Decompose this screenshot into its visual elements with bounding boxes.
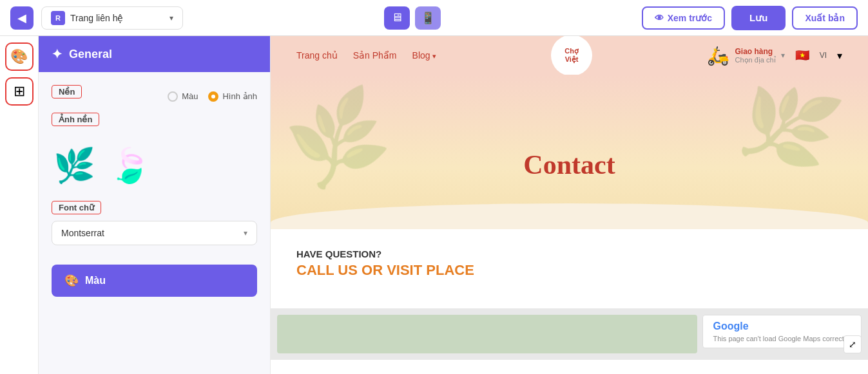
delivery-box: 🛵 Giao hàng Chọn địa chỉ ▾: [707, 45, 784, 66]
desktop-device-button[interactable]: 🖥: [384, 6, 410, 30]
page-selector-inner: R Trang liên hệ: [51, 11, 123, 25]
preview-frame: Trang chủ Sản Phẩm Blog ChợViệt 🛵 Giao h…: [271, 36, 868, 374]
preview-area: Trang chủ Sản Phẩm Blog ChợViệt 🛵 Giao h…: [271, 36, 868, 374]
hero-title: Contact: [523, 111, 615, 193]
color-btn-icon: 🎨: [64, 274, 79, 288]
device-switcher: 🖥 📱: [384, 6, 441, 30]
nav-link-blog[interactable]: Blog: [412, 50, 436, 61]
background-type-radio: Màu Hình ảnh: [168, 91, 257, 102]
leaf1-icon: 🌿: [53, 146, 95, 185]
delivery-title: Giao hàng: [735, 47, 775, 56]
color-btn-label: Màu: [85, 275, 106, 286]
logo-text: ChợViệt: [564, 47, 579, 64]
icon-sidebar: 🎨 ⊞: [0, 36, 39, 374]
blocks-icon: ⊞: [14, 83, 25, 100]
preview-button[interactable]: 👁 Xem trước: [642, 6, 725, 30]
color-radio[interactable]: Màu: [168, 91, 198, 102]
sidebar-item-blocks[interactable]: ⊞: [5, 77, 34, 106]
map-section: Google This page can't load Google Maps …: [271, 308, 868, 360]
google-box: Google This page can't load Google Maps …: [702, 315, 862, 348]
background-label: Nền: [52, 85, 82, 98]
contact-section: HAVE QUESTION? CALL US OR VISIT PLACE: [271, 229, 868, 308]
google-logo: Google: [713, 321, 851, 332]
nav-link-products[interactable]: Sản Phẩm: [353, 50, 397, 61]
panel-sidebar: ✦ General Nền Màu Hình ảnh Ảnh nề: [39, 36, 271, 374]
font-select-chevron: ▾: [244, 229, 247, 238]
image-radio-circle: [208, 91, 218, 102]
save-button[interactable]: Lưu: [731, 6, 786, 30]
image-radio[interactable]: Hình ảnh: [208, 91, 257, 102]
site-logo: ChợViệt: [551, 36, 592, 76]
panel-header-icon: ✦: [52, 46, 63, 62]
eye-icon: 👁: [655, 13, 664, 23]
map-placeholder: [277, 315, 697, 353]
mobile-icon: 📱: [421, 11, 435, 25]
desktop-icon: 🖥: [391, 11, 403, 24]
site-right: 🛵 Giao hàng Chọn địa chỉ ▾ 🇻🇳 VI ▾: [707, 45, 842, 66]
delivery-icon: 🛵: [707, 45, 729, 66]
delivery-sub: Chọn địa chỉ: [735, 56, 775, 64]
nav-link-home[interactable]: Trang chủ: [296, 50, 338, 61]
font-value: Montserrat: [61, 228, 104, 238]
leaf2-icon: 🍃: [109, 146, 151, 185]
top-bar: ◀ R Trang liên hệ ▾ 🖥 📱 👁 Xem trước Lưu …: [0, 0, 868, 36]
background-image-label: Ảnh nền: [52, 113, 99, 126]
lang-flag: 🇻🇳: [795, 48, 809, 62]
top-bar-right: 👁 Xem trước Lưu Xuất bản: [642, 6, 858, 30]
background-section: Nền Màu Hình ảnh Ảnh nền 🌿: [39, 72, 270, 194]
panel-header-label: General: [69, 48, 112, 61]
mobile-device-button[interactable]: 📱: [415, 6, 441, 30]
leaf-image-1[interactable]: 🌿: [52, 143, 97, 188]
page-name: Trang liên hệ: [70, 13, 123, 23]
hero-leaf-left: 🌿: [277, 80, 399, 199]
panel-header: ✦ General: [39, 36, 270, 72]
color-radio-label: Màu: [182, 91, 198, 101]
design-icon: 🎨: [10, 48, 28, 65]
contact-question: HAVE QUESTION?: [296, 248, 842, 259]
page-type-icon: R: [51, 11, 65, 25]
page-selector-chevron: ▾: [169, 14, 173, 23]
page-selector[interactable]: R Trang liên hệ ▾: [41, 6, 183, 30]
color-radio-circle: [168, 91, 178, 102]
hero-leaf-right: 🌿: [726, 75, 848, 185]
image-radio-label: Hình ảnh: [222, 91, 257, 101]
site-hero: 🌿 🌿 Contact: [271, 75, 868, 229]
font-label: Font chữ: [52, 201, 101, 214]
back-button[interactable]: ◀: [10, 6, 34, 30]
google-error: This page can't load Google Maps correct…: [713, 335, 851, 342]
top-bar-left: ◀ R Trang liên hệ ▾: [10, 6, 183, 30]
map-expand-button[interactable]: ⤢: [844, 335, 862, 353]
back-icon: ◀: [17, 11, 26, 25]
lang-chevron: ▾: [837, 50, 842, 62]
preview-label: Xem trước: [668, 13, 712, 23]
color-button[interactable]: 🎨 Màu: [52, 265, 257, 297]
font-select[interactable]: Montserrat ▾: [52, 221, 257, 245]
background-images-row: 🌿 🍃: [52, 143, 257, 188]
lang-text: VI: [820, 51, 827, 60]
contact-cta: CALL US OR VISIT PLACE: [296, 262, 842, 279]
delivery-text: Giao hàng Chọn địa chỉ: [735, 47, 775, 64]
publish-button[interactable]: Xuất bản: [792, 6, 858, 30]
delivery-dropdown-icon: ▾: [781, 51, 785, 60]
main-layout: 🎨 ⊞ ✦ General Nền Màu Hình ảnh: [0, 36, 868, 374]
sidebar-item-design[interactable]: 🎨: [5, 42, 34, 71]
leaf-image-2[interactable]: 🍃: [107, 143, 152, 188]
hero-wave: [271, 203, 868, 229]
site-nav: Trang chủ Sản Phẩm Blog ChợViệt 🛵 Giao h…: [271, 36, 868, 75]
nav-links: Trang chủ Sản Phẩm Blog: [296, 50, 436, 61]
font-section: Font chữ Montserrat ▾: [39, 194, 270, 258]
